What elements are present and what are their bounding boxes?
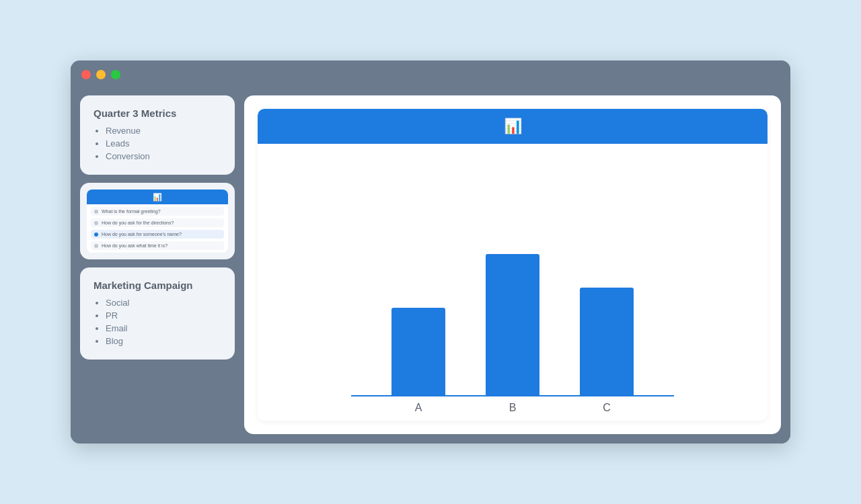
quiz-dot-2 [94,221,98,225]
quiz-dot-4 [94,244,98,248]
list-item-revenue: Revenue [106,126,221,136]
list-item-conversion: Conversion [106,151,221,161]
quarter3-title: Quarter 3 Metrics [93,108,221,119]
browser-window: Quarter 3 Metrics Revenue Leads Conversi… [71,60,790,444]
x-label-c: C [580,402,634,414]
bar-chart: 📊 [258,109,768,421]
quiz-row-3[interactable]: How do you ask for someone's name? [91,230,224,239]
quiz-row-4[interactable]: How do you ask what time it is? [91,241,224,250]
browser-body: Quarter 3 Metrics Revenue Leads Conversi… [71,89,790,444]
quiz-preview-card: 📊 What is the formal greeting? How do yo… [80,183,235,259]
close-button[interactable] [81,70,91,79]
x-labels: A B C [285,402,741,414]
quiz-row-text-1: What is the formal greeting? [102,209,161,214]
quarter3-metrics-card: Quarter 3 Metrics Revenue Leads Conversi… [80,95,235,175]
bar-group-c [580,288,634,395]
list-item-social: Social [106,298,221,308]
x-label-b: B [486,402,539,414]
marketing-campaign-card: Marketing Campaign Social PR Email Blog [80,267,235,360]
list-item-email: Email [106,323,221,333]
chart-bar-icon: 📊 [504,118,522,135]
x-axis-line [351,395,674,396]
quiz-chart-icon: 📊 [153,193,162,202]
sidebar: Quarter 3 Metrics Revenue Leads Conversi… [80,95,235,434]
bar-group-b [486,254,539,395]
quiz-dot-1 [94,210,98,214]
quiz-row-text-2: How do you ask for the directions? [102,220,174,225]
list-item-blog: Blog [106,336,221,346]
marketing-title: Marketing Campaign [93,280,221,291]
x-label-a: A [391,402,445,414]
quiz-row-text-4: How do you ask what time it is? [102,243,167,248]
main-content: 📊 [244,95,781,434]
quarter3-list: Revenue Leads Conversion [93,126,221,161]
marketing-list: Social PR Email Blog [93,298,221,346]
list-item-pr: PR [106,310,221,321]
quiz-header: 📊 [87,190,228,204]
quiz-dot-3 [94,233,98,237]
quiz-rows: What is the formal greeting? How do you … [87,204,228,253]
quiz-row-1[interactable]: What is the formal greeting? [91,207,224,216]
list-item-leads: Leads [106,138,221,149]
quiz-row-2[interactable]: How do you ask for the directions? [91,218,224,227]
minimize-button[interactable] [96,70,106,79]
bar-a [391,308,445,395]
quiz-preview-inner: 📊 What is the formal greeting? How do yo… [87,190,228,253]
bar-b [486,254,539,395]
chart-body: A B C [258,144,768,421]
chart-header: 📊 [258,109,768,144]
bar-group-a [391,308,445,395]
bars-area [285,220,741,395]
quiz-row-text-3: How do you ask for someone's name? [102,232,182,237]
bar-c [580,288,634,395]
maximize-button[interactable] [111,70,120,79]
title-bar [71,60,790,89]
